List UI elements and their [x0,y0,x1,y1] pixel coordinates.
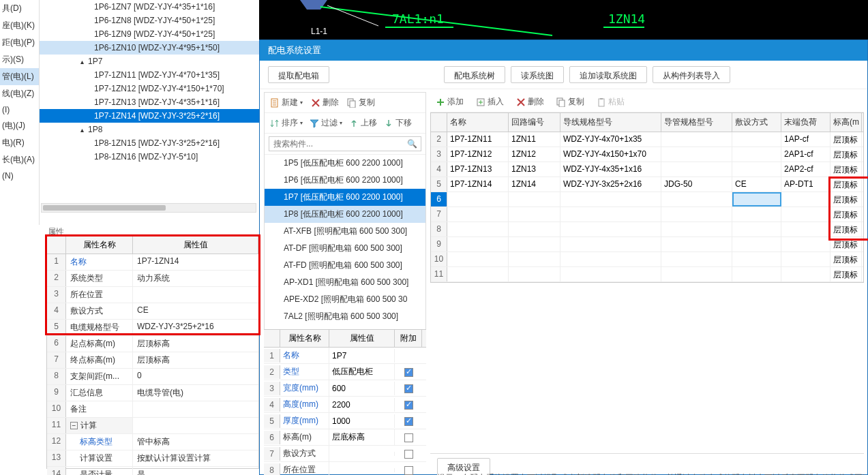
side-category[interactable]: (I) [0,102,39,117]
grid-col-header[interactable]: 敷设方式 [732,113,781,132]
grid-cell[interactable] [732,132,781,147]
grid-cell[interactable] [732,192,781,206]
tree-item[interactable]: 1P8-1ZN16 [WDZ-YJY-5*10] [40,150,259,164]
grid-cell[interactable]: WDZ-YJY-4x70+1x35 [560,132,661,147]
tree-item[interactable]: 1P6-1ZN7 [WDZ-YJY-4*35+1*16] [40,0,259,14]
component-item[interactable]: AT-DF [照明配电箱 600 500 300] [265,240,425,257]
cad-canvas[interactable]: L1-1 7AL1:n1 1ZN14 [259,0,868,40]
tree-item[interactable]: 1P8 [40,123,259,136]
grid-cell[interactable] [781,207,830,221]
grid-cell[interactable]: 层顶标 [830,132,862,147]
prop-value[interactable]: WDZ-YJY-3*25+2*16 [133,320,258,335]
toolbar-button[interactable]: 追加读取系统图 [569,66,647,83]
tree-item[interactable]: 1P7 [40,55,259,68]
grid-cell[interactable] [732,147,781,162]
grid-cell[interactable]: 1ZN13 [509,162,560,177]
grid-col-header[interactable]: 回路编号 [509,113,560,132]
h-scrollbar[interactable] [41,203,256,213]
tree-item[interactable]: 1P6-1ZN9 [WDZ-YJY-4*50+1*25] [40,27,259,41]
prop-value[interactable]: 0 [133,369,258,384]
grid-cell[interactable] [661,192,732,206]
grid-cell[interactable]: CE [732,177,781,191]
grid-cell[interactable] [661,252,732,266]
grid-cell[interactable] [732,162,781,177]
grid-cell[interactable] [661,207,732,221]
prop-value[interactable]: 管中标高 [133,434,258,450]
side-category[interactable]: 管(电)(L) [0,68,39,85]
grid-cell[interactable] [560,267,661,281]
grid-cell[interactable]: 层顶标 [830,177,862,191]
component-item[interactable]: AP-XD1 [照明配电箱 600 500 300] [265,274,425,291]
grid-cell[interactable] [781,252,830,266]
prop-value[interactable]: CE [133,303,258,319]
side-category[interactable]: 示)(S) [0,51,39,68]
tool-添加[interactable]: 添加 [436,96,464,108]
grid-col-header[interactable]: 标高(m [830,113,862,132]
component-item[interactable]: 7AL2 [照明配电箱 600 500 300] [265,308,425,325]
toolbar-button[interactable]: 从构件列表导入 [653,66,730,83]
grid-cell[interactable]: 层顶标 [830,207,862,221]
component-item[interactable]: 1P6 [低压配电柜 600 2200 1000] [265,172,425,189]
grid-col-header[interactable]: 导管规格型号 [661,113,732,132]
search-input[interactable] [269,136,421,151]
grid-cell[interactable]: WDZ-YJY-4x150+1x70 [560,147,661,162]
grid-cell[interactable]: WDZ-YJY-4x35+1x16 [560,162,661,177]
prop-value[interactable]: 是 [133,467,258,475]
tool-删除[interactable]: 删除 [516,96,544,108]
prop-value[interactable]: 1P7-1ZN14 [133,254,258,270]
tool-排序[interactable]: 排序 ▾ [270,117,303,129]
grid-cell[interactable] [509,237,560,251]
grid-cell[interactable]: 1P7-1ZN12 [447,147,509,162]
grid-cell[interactable] [781,237,830,251]
prop-value[interactable] [133,401,258,417]
prop-value[interactable]: 按默认计算设置计算 [133,450,258,466]
grid-cell[interactable]: 2AP1-cf [781,147,830,162]
side-category[interactable]: 长(电)(A) [0,151,39,168]
grid-cell[interactable] [560,252,661,266]
grid-cell[interactable]: 1P7-1ZN13 [447,162,509,177]
grid-cell[interactable]: WDZ-YJY-3x25+2x16 [560,177,661,191]
grid-cell[interactable] [447,207,509,221]
grid-cell[interactable] [560,237,661,251]
side-category[interactable]: 具(D) [0,0,39,17]
grid-cell[interactable] [509,207,560,221]
grid-cell[interactable]: 1ZN11 [509,132,560,147]
grid-cell[interactable] [661,267,732,281]
grid-cell[interactable]: 2AP2-cf [781,162,830,177]
grid-cell[interactable]: AP-DT1 [781,177,830,191]
side-category[interactable]: 座(电)(K) [0,17,39,34]
grid-cell[interactable]: 层顶标 [830,252,862,266]
tree-item[interactable]: 1P6-1ZN8 [WDZ-YJY-4*50+1*25] [40,14,259,27]
grid-cell[interactable] [661,237,732,251]
grid-col-header[interactable]: 名称 [447,113,509,132]
tool-新建[interactable]: 新建 ▾ [270,97,303,108]
grid-cell[interactable] [781,222,830,236]
prop-value[interactable] [133,287,258,303]
grid-cell[interactable] [447,222,509,236]
grid-cell[interactable]: 1ZN12 [509,147,560,162]
tool-删除[interactable]: 删除 [311,97,339,108]
grid-cell[interactable] [509,192,560,206]
tree-item[interactable]: 1P7-1ZN11 [WDZ-YJY-4*70+1*35] [40,68,259,82]
side-category[interactable]: 距(电)(P) [0,34,39,51]
component-item[interactable]: AT-XFB [照明配电箱 600 500 300] [265,223,425,240]
grid-cell[interactable] [661,222,732,236]
tool-下移[interactable]: 下移 [384,117,412,129]
grid-cell[interactable] [447,192,509,206]
prop-value[interactable]: 动力系统 [133,271,258,286]
grid-cell[interactable] [661,162,732,177]
toolbar-button[interactable]: 读系统图 [511,66,564,83]
tree-item[interactable]: 1P8-1ZN15 [WDZ-YJY-3*25+2*16] [40,136,259,150]
side-category[interactable]: 线(电)(Z) [0,85,39,102]
side-category[interactable]: (电)(J) [0,117,39,134]
grid-cell[interactable]: 层顶标 [830,192,862,206]
grid-cell[interactable]: 1P7-1ZN14 [447,177,509,191]
grid-cell[interactable] [560,192,661,206]
grid-cell[interactable] [732,237,781,251]
grid-cell[interactable] [781,267,830,281]
grid-cell[interactable]: JDG-50 [661,177,732,191]
component-item[interactable]: 1P8 [低压配电柜 600 2200 1000] [265,206,425,223]
grid-cell[interactable] [447,237,509,251]
grid-cell[interactable] [560,222,661,236]
grid-cell[interactable] [661,147,732,162]
